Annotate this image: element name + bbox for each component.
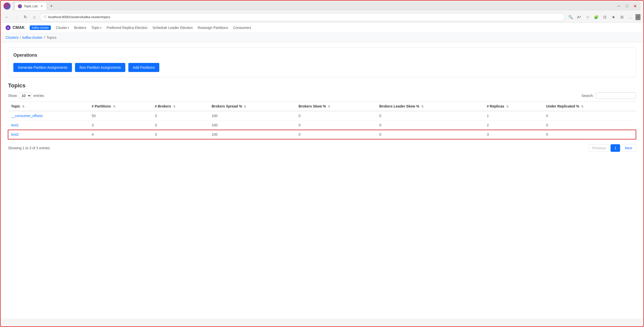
table-cell: 3 [89, 121, 152, 130]
breadcrumb-clusters[interactable]: Clusters [6, 35, 18, 40]
col-leader-skew[interactable]: Brokers Leader Skew % ⇅ [376, 102, 484, 111]
close-window-button[interactable]: ✕ [631, 3, 638, 10]
nav-item-brokers[interactable]: Brokers [74, 26, 86, 30]
col-partitions[interactable]: # Partitions ⇅ [89, 102, 152, 111]
col-under-replicated[interactable]: Under Replicated % ⇅ [543, 102, 636, 111]
table-body: __consumer_offsets5031000010test13310000… [8, 111, 636, 139]
table-cell: 50 [89, 111, 152, 121]
sort-skew-icon: ⇅ [328, 105, 330, 108]
operations-buttons: Generate Partition Assignments Run Parti… [13, 63, 631, 72]
search-label: Search: [582, 94, 594, 98]
logo-text: CMAK [13, 25, 25, 30]
tab-close-button[interactable]: ✕ [40, 4, 44, 8]
operations-title: Operations [13, 53, 631, 58]
show-entries-control: Show 10 25 50 entries [8, 92, 44, 99]
search-area: Search: [582, 92, 636, 99]
table-cell: 3 [484, 130, 543, 139]
generate-partition-assignments-button[interactable]: Generate Partition Assignments [13, 63, 72, 72]
table-cell: 0 [543, 121, 636, 130]
show-label: Show [8, 94, 17, 98]
cluster-badge[interactable]: kafka-cluster [30, 25, 51, 30]
sort-brokers-icon: ⇅ [173, 105, 175, 108]
table-cell: 4 [89, 130, 152, 139]
col-replicas[interactable]: # Replicas ⇅ [484, 102, 543, 111]
nav-item-cluster[interactable]: Cluster ▾ [56, 26, 69, 30]
table-cell: 2 [484, 121, 543, 130]
minimize-button[interactable]: ─ [615, 3, 622, 10]
topic-name-cell[interactable]: test1 [8, 121, 89, 130]
nav-item-consumers[interactable]: Consumers [233, 26, 251, 30]
collections-button[interactable]: ⊟ [618, 14, 625, 21]
back-button[interactable]: ← [4, 14, 11, 21]
nav-item-topic[interactable]: Topic ▾ [91, 26, 102, 30]
sort-topic-icon: ⇅ [22, 105, 24, 108]
breadcrumb: Clusters / kafka-cluster / Topics [6, 35, 638, 40]
breadcrumb-kafka-cluster[interactable]: kafka-cluster [22, 35, 42, 40]
cluster-dropdown-icon: ▾ [68, 26, 69, 29]
topic-link[interactable]: test2 [11, 132, 19, 136]
entries-select[interactable]: 10 25 50 [19, 92, 31, 99]
url-text: localhost:9000/clusters/kafka-cluster/to… [48, 15, 110, 19]
pagination-info: Showing 1 to 3 of 3 entries [8, 146, 50, 150]
nav-item-reassign[interactable]: Reassign Partitions [198, 26, 228, 30]
active-tab[interactable]: Topic List ✕ [15, 2, 47, 10]
browser-window: Topic List ✕ + ─ □ ✕ ← → ↻ ⌂ ⓘ localhost… [0, 0, 644, 327]
search-input[interactable] [596, 92, 636, 99]
col-skew[interactable]: Brokers Skew % ⇅ [296, 102, 376, 111]
topic-link[interactable]: __consumer_offsets [11, 114, 43, 118]
pagination-area: Showing 1 to 3 of 3 entries Previous 1 N… [8, 143, 636, 153]
tab-favicon [18, 4, 22, 8]
col-brokers[interactable]: # Brokers ⇅ [152, 102, 209, 111]
nav-item-preferred-replica[interactable]: Preferred Replica Election [106, 26, 147, 30]
col-topic[interactable]: Topic ⇅ [8, 102, 89, 111]
nav-item-schedule-leader[interactable]: Schedule Leader Election [153, 26, 193, 30]
table-cell: 100 [209, 121, 296, 130]
refresh-button[interactable]: ↻ [22, 14, 29, 21]
url-bar[interactable]: ⓘ localhost:9000/clusters/kafka-cluster/… [40, 13, 565, 21]
bookmark-button[interactable]: ☆ [584, 14, 591, 21]
zoom-button[interactable]: 🔍 [567, 14, 574, 21]
col-spread[interactable]: Brokers Spread % ⇅ [209, 102, 296, 111]
menu-button[interactable]: … [627, 14, 634, 21]
new-tab-button[interactable]: + [48, 3, 55, 10]
pagination-controls: Previous 1 Next [588, 144, 636, 152]
table-cell: 0 [543, 111, 636, 121]
info-icon: ⓘ [44, 15, 47, 19]
next-button[interactable]: Next [621, 144, 636, 152]
page-1-button[interactable]: 1 [611, 144, 620, 152]
forward-button[interactable]: → [13, 14, 20, 21]
topic-name-cell[interactable]: __consumer_offsets [8, 111, 89, 121]
breadcrumb-bar: Clusters / kafka-cluster / Topics [1, 33, 643, 42]
sort-leader-skew-icon: ⇅ [421, 105, 424, 108]
topic-name-cell[interactable]: test2 [8, 130, 89, 139]
topics-table: Topic ⇅ # Partitions ⇅ # Brokers ⇅ [8, 101, 636, 139]
app-navigation: ● CMAK kafka-cluster Cluster ▾ Brokers T… [1, 23, 643, 33]
favorites-button[interactable]: ★ [610, 14, 617, 21]
previous-button[interactable]: Previous [588, 144, 610, 152]
tab-bar: Topic List ✕ + ─ □ ✕ [13, 2, 640, 11]
table-header: Topic ⇅ # Partitions ⇅ # Brokers ⇅ [8, 102, 636, 111]
table-cell: 3 [152, 111, 209, 121]
app-logo: ● CMAK [6, 25, 25, 30]
sort-partitions-icon: ⇅ [113, 105, 115, 108]
split-view-button[interactable]: ⊡ [601, 14, 608, 21]
table-cell: 0 [296, 130, 376, 139]
extensions-button[interactable]: 🧩 [593, 14, 600, 21]
window-controls [4, 3, 11, 10]
entries-label: entries [33, 94, 44, 98]
maximize-button[interactable]: □ [623, 3, 630, 10]
title-bar: Topic List ✕ + ─ □ ✕ [1, 1, 643, 12]
home-button[interactable]: ⌂ [31, 14, 38, 21]
table-cell: 1 [484, 111, 543, 121]
browser-action-buttons: 🔍 Aᵃ ☆ 🧩 ⊡ ★ ⊟ … + [567, 14, 640, 21]
table-row: test2431000030 [8, 130, 636, 139]
table-controls: Show 10 25 50 entries Search: [8, 92, 636, 99]
run-partition-assignments-button[interactable]: Run Partition Assignments [75, 63, 125, 72]
topics-title: Topics [8, 82, 636, 89]
add-partitions-button[interactable]: Add Partitions [128, 63, 159, 72]
sort-spread-icon: ⇅ [244, 105, 246, 108]
browser-logo-icon [4, 3, 11, 10]
reader-mode-button[interactable]: Aᵃ [576, 14, 583, 21]
topic-link[interactable]: test1 [11, 123, 19, 127]
sidebar-toggle[interactable]: + [635, 14, 640, 20]
